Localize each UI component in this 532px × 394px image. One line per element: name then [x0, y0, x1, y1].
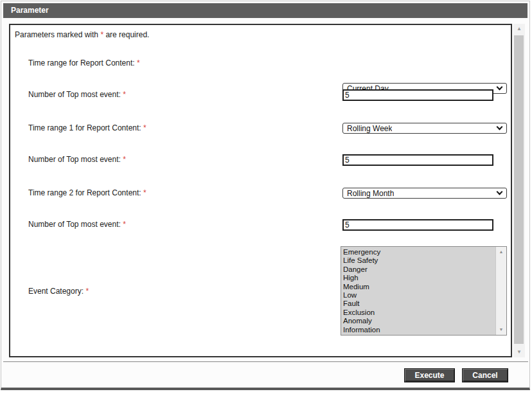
- required-asterisk: *: [137, 58, 140, 67]
- select-value: Rolling Week: [347, 124, 392, 133]
- listbox-option[interactable]: Anomaly: [343, 317, 495, 325]
- cancel-button[interactable]: Cancel: [462, 368, 508, 382]
- listbox-option[interactable]: Exclusion: [343, 309, 495, 317]
- required-asterisk: *: [143, 123, 146, 132]
- required-asterisk: *: [143, 188, 146, 197]
- listbox-option[interactable]: Information: [343, 326, 495, 334]
- required-note: Parameters marked with * are required.: [15, 30, 149, 39]
- field-label-top-events-2: Number of Top most event: *: [28, 220, 126, 229]
- listbox-option[interactable]: Emergency: [343, 248, 495, 256]
- chevron-down-icon: [497, 189, 503, 195]
- execute-button[interactable]: Execute: [404, 368, 455, 382]
- scroll-up-icon[interactable]: ▲: [513, 24, 525, 34]
- footer-separator: [3, 361, 528, 363]
- required-asterisk: *: [85, 287, 89, 296]
- field-label-event-category: Event Category: *: [28, 287, 89, 296]
- listbox-option[interactable]: Danger: [343, 265, 495, 274]
- parameter-dialog: Parameter Parameters marked with * are r…: [1, 1, 530, 390]
- listbox-options: Emergency Life Safety Danger High Medium…: [341, 247, 495, 335]
- top-events-1-input[interactable]: [342, 154, 493, 166]
- required-asterisk: *: [123, 220, 126, 229]
- note-prefix: Parameters marked with: [15, 30, 100, 39]
- parameter-form-panel: Parameters marked with * are required. T…: [9, 24, 512, 357]
- field-label-top-events: Number of Top most event: *: [28, 90, 126, 99]
- chevron-down-icon: [497, 84, 503, 91]
- chevron-down-icon: [497, 124, 503, 130]
- vertical-scrollbar[interactable]: ▲ ▼: [513, 24, 525, 357]
- scroll-down-icon[interactable]: ▼: [513, 347, 525, 357]
- time-range-1-select[interactable]: Rolling Week: [342, 123, 507, 134]
- required-asterisk: *: [123, 90, 126, 99]
- listbox-option[interactable]: High: [343, 274, 495, 282]
- dialog-titlebar: Parameter: [3, 3, 528, 18]
- top-events-2-input[interactable]: [342, 219, 493, 231]
- select-value: Rolling Month: [347, 189, 394, 198]
- field-label-time-range: Time range for Report Content: *: [28, 58, 140, 67]
- event-category-listbox[interactable]: Emergency Life Safety Danger High Medium…: [341, 246, 507, 336]
- note-suffix: are required.: [103, 30, 149, 39]
- field-label-time-range-2: Time range 2 for Report Content: *: [28, 188, 146, 197]
- dialog-title: Parameter: [11, 6, 49, 15]
- field-label-top-events-1: Number of Top most event: *: [28, 155, 126, 164]
- time-range-2-select[interactable]: Rolling Month: [342, 188, 507, 199]
- listbox-option[interactable]: Fault: [343, 300, 495, 308]
- listbox-option[interactable]: Medium: [343, 283, 495, 291]
- required-asterisk: *: [123, 155, 126, 164]
- top-events-input[interactable]: [342, 89, 493, 101]
- field-label-time-range-1: Time range 1 for Report Content: *: [28, 123, 146, 132]
- scrollbar-thumb[interactable]: [514, 35, 524, 344]
- scroll-up-icon[interactable]: ▲: [496, 247, 506, 256]
- scroll-down-icon[interactable]: ▼: [496, 325, 506, 334]
- listbox-option[interactable]: Life Safety: [343, 256, 495, 265]
- listbox-option[interactable]: Low: [343, 291, 495, 300]
- listbox-scrollbar[interactable]: ▲ ▼: [495, 247, 506, 335]
